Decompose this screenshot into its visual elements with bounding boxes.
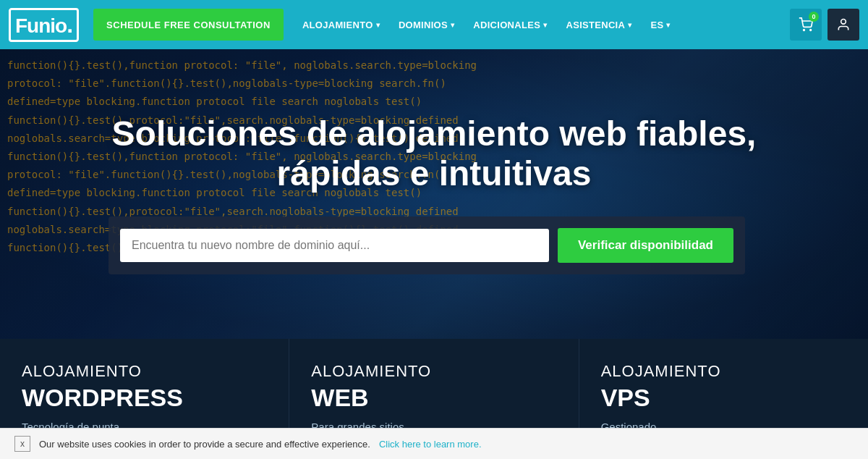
cookie-message: Our website uses cookies in order to pro… <box>39 439 370 450</box>
nav-item-asistencia[interactable]: ASISTENCIA ▾ <box>557 14 640 36</box>
service-type-web: ALOJAMIENTO <box>311 362 556 381</box>
logo[interactable]: Funio. <box>9 8 79 42</box>
cta-button[interactable]: SCHEDULE FREE CONSULTATION <box>93 9 284 41</box>
logo-dot: . <box>67 12 72 38</box>
cookie-learn-more-link[interactable]: Click here to learn more. <box>379 439 482 450</box>
nav-menu: ALOJAMIENTO ▾ DOMINIOS ▾ ADICIONALES ▾ A… <box>294 14 790 36</box>
cart-button[interactable]: 0 <box>790 9 822 41</box>
navbar: Funio. SCHEDULE FREE CONSULTATION ALOJAM… <box>0 0 868 49</box>
nav-item-dominios[interactable]: DOMINIOS ▾ <box>390 14 463 36</box>
service-type-vps: ALOJAMIENTO <box>601 362 846 381</box>
service-type-wordpress: ALOJAMIENTO <box>22 362 267 381</box>
user-button[interactable] <box>827 9 859 41</box>
cookie-bar: x Our website uses cookies in order to p… <box>0 428 868 459</box>
search-bar: Verificar disponibilidad <box>109 216 745 274</box>
hero-title: Soluciones de alojamiento web fiables, r… <box>109 114 760 193</box>
svg-point-0 <box>804 30 805 31</box>
hero-section: function(){}.test(),function protocol: "… <box>0 49 868 339</box>
chevron-down-icon: ▾ <box>628 21 631 29</box>
chevron-down-icon: ▾ <box>666 21 670 29</box>
chevron-down-icon: ▾ <box>543 21 547 29</box>
cookie-close-button[interactable]: x <box>14 436 30 452</box>
nav-item-language[interactable]: ES ▾ <box>642 14 679 36</box>
verify-button[interactable]: Verificar disponibilidad <box>558 228 733 263</box>
user-icon <box>836 17 851 32</box>
nav-item-adicionales[interactable]: ADICIONALES ▾ <box>464 14 556 36</box>
service-name-web: WEB <box>311 384 556 412</box>
nav-right: 0 <box>790 9 859 41</box>
svg-point-1 <box>810 30 812 31</box>
chevron-down-icon: ▾ <box>376 21 380 29</box>
service-name-vps: VPS <box>601 384 846 412</box>
domain-search-input[interactable] <box>120 229 549 262</box>
chevron-down-icon: ▾ <box>451 21 454 29</box>
logo-text: Funio. <box>9 8 79 42</box>
cart-badge: 0 <box>809 12 819 22</box>
service-name-wordpress: WORDPRESS <box>22 384 267 412</box>
hero-content: Soluciones de alojamiento web fiables, r… <box>94 114 774 274</box>
svg-point-2 <box>841 20 846 25</box>
nav-item-alojamiento[interactable]: ALOJAMIENTO ▾ <box>294 14 388 36</box>
